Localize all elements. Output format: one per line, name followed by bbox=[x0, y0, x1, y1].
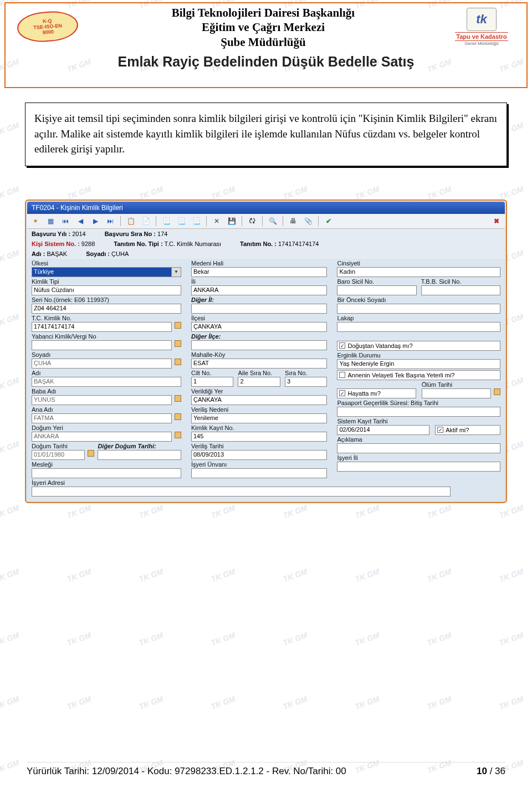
tc-kimlik-label: T.C. Kimlik No. bbox=[32, 315, 181, 321]
nav-prev-icon[interactable]: ◀ bbox=[75, 216, 85, 226]
olum-tarihi-label: Ölüm Tarihi bbox=[422, 381, 500, 388]
new-icon[interactable]: 📄 bbox=[141, 216, 151, 226]
erginlik-label: Erginlik Durumu bbox=[337, 352, 500, 359]
meslegi-label: Mesleği bbox=[32, 461, 181, 468]
erginlik-field[interactable]: Yaş Nedeniyle Ergin bbox=[337, 359, 500, 369]
search-icon[interactable]: 🔍 bbox=[268, 216, 278, 226]
lakap-label: Lakap bbox=[337, 315, 500, 321]
dogum-yeri-field[interactable]: ANKARA bbox=[32, 432, 172, 442]
verildigi-yer-field[interactable]: ÇANKAYA bbox=[191, 395, 327, 405]
dogustan-vatandas-label: Doğuştan Vatandaş mı? bbox=[347, 342, 412, 349]
nav-first-icon[interactable]: ⏮ bbox=[60, 216, 70, 226]
verilis-nedeni-field[interactable]: Yenileme bbox=[191, 413, 327, 423]
diger-dogum-tarihi-label: Diğer Doğum Tarihi: bbox=[98, 443, 181, 449]
cilt-no-label: Cilt No. bbox=[191, 370, 233, 376]
nav-next-icon[interactable]: ▶ bbox=[90, 216, 100, 226]
dogustan-vatandas-check[interactable]: ✓Doğuştan Vatandaş mı? bbox=[337, 341, 500, 351]
tk-logo-sub: Genel Müdürlüğü bbox=[464, 41, 498, 46]
cilt-no-field[interactable]: 1 bbox=[191, 377, 233, 387]
basvuru-yili-label: Başvuru Yılı : bbox=[32, 231, 70, 237]
copy-icon[interactable]: 📋 bbox=[126, 216, 136, 226]
sira-no-label: Sıra No. bbox=[285, 370, 327, 376]
annenin-velayeti-check[interactable]: Annenin Velayeti Tek Başına Yeterli mi? bbox=[337, 370, 500, 380]
toolbar: ✦ ▦ ⏮ ◀ ▶ ⏭ 📋 📄 📃 📃 📃 ✕ 💾 🗘 🔍 🖶 📎 ✔ bbox=[27, 214, 505, 229]
cinsiyeti-field[interactable]: Kadın bbox=[337, 267, 500, 277]
baro-sicil-field[interactable] bbox=[337, 285, 416, 295]
baba-lookup-icon[interactable] bbox=[175, 395, 181, 402]
diger-il-field[interactable] bbox=[191, 304, 327, 314]
aktif-mi-check[interactable]: ✓Aktif mi? bbox=[435, 425, 500, 435]
close-icon[interactable]: ✖ bbox=[492, 216, 502, 226]
lakap-field[interactable] bbox=[337, 322, 500, 332]
adi-field[interactable]: BAŞAK bbox=[32, 377, 181, 387]
kimlik-kayit-field[interactable]: 145 bbox=[191, 432, 327, 442]
instruction-note: Kişiye ait temsil tipi seçiminden sonra … bbox=[25, 103, 507, 166]
soyadi-field[interactable]: ÇUHA bbox=[32, 359, 172, 369]
ulkesi-select[interactable]: Türkiye bbox=[32, 267, 181, 277]
form-body: Ülkesi Türkiye Kimlik Tipi Nüfus Cüzdanı… bbox=[27, 259, 505, 501]
iso-bot: 9000 bbox=[42, 29, 54, 35]
dtar-cal-icon[interactable] bbox=[88, 450, 94, 457]
dogum-tarihi-field[interactable]: 01/01/1980 bbox=[32, 450, 85, 460]
aile-sira-field[interactable]: 2 bbox=[238, 377, 280, 387]
tk-logo-text: Tapu ve Kadastro bbox=[455, 32, 508, 41]
sistem-kayit-field[interactable]: 02/06/2014 bbox=[337, 425, 429, 435]
window-title: TF0204 - Kişinin Kimlik Bilgileri bbox=[27, 202, 505, 214]
hayatta-mi-check[interactable]: ✓Hayatta mı? bbox=[337, 388, 416, 398]
pasaport-field[interactable] bbox=[337, 407, 500, 417]
medeni-hali-label: Medeni Hali bbox=[191, 260, 327, 267]
separator bbox=[283, 216, 283, 226]
delete-icon[interactable]: ✕ bbox=[212, 216, 222, 226]
mahalle-koy-field[interactable]: ESAT bbox=[191, 359, 327, 369]
refresh-icon[interactable]: 🗘 bbox=[247, 216, 257, 226]
page-header-frame: K-Q TSE-ISO-EN 9000 Bilgi Teknolojileri … bbox=[4, 2, 528, 88]
isyeri-ili-field[interactable] bbox=[337, 462, 500, 472]
print-icon[interactable]: 🖶 bbox=[288, 216, 298, 226]
separator bbox=[206, 216, 207, 226]
tbb-sicil-field[interactable] bbox=[421, 285, 500, 295]
aciklama-field[interactable] bbox=[337, 443, 500, 453]
tanitim-no-label: Tanıtım No. : bbox=[240, 241, 277, 247]
confirm-icon[interactable]: ✔ bbox=[324, 216, 334, 226]
soyadi-lookup-icon[interactable] bbox=[175, 359, 181, 365]
doc1-icon[interactable]: 📃 bbox=[161, 216, 171, 226]
app-icon: ✦ bbox=[30, 216, 40, 226]
tc-lookup-icon[interactable] bbox=[175, 322, 181, 329]
save-icon[interactable]: 💾 bbox=[227, 216, 237, 226]
footer-meta: Yürürlük Tarihi: 12/09/2014 - Kodu: 9729… bbox=[27, 766, 346, 777]
medeni-hali-field[interactable]: Bekar bbox=[191, 267, 327, 277]
kimlik-tipi-field[interactable]: Nüfus Cüzdanı bbox=[32, 285, 181, 295]
attach-icon[interactable]: 📎 bbox=[303, 216, 313, 226]
form-col-3: Cinsiyeti Kadın Baro Sicil No. T.B.B. Si… bbox=[337, 260, 500, 498]
ana-adi-field[interactable]: FATMA bbox=[32, 413, 172, 423]
yabanci-kimlik-field[interactable] bbox=[32, 340, 172, 350]
olum-tarihi-field[interactable] bbox=[422, 388, 491, 398]
diger-dogum-tarihi-field[interactable] bbox=[98, 450, 181, 460]
aktif-mi-label: Aktif mi? bbox=[446, 427, 469, 433]
yabanci-lookup-icon[interactable] bbox=[175, 340, 181, 347]
dyer-lookup-icon[interactable] bbox=[175, 432, 181, 438]
verilis-tarihi-label: Veriliş Tarihi bbox=[191, 443, 327, 449]
page-footer: Yürürlük Tarihi: 12/09/2014 - Kodu: 9729… bbox=[27, 762, 505, 777]
separator bbox=[262, 216, 263, 226]
doc2-icon[interactable]: 📃 bbox=[176, 216, 186, 226]
isyeri-unvani-field[interactable] bbox=[191, 468, 327, 478]
baba-adi-field[interactable]: YUNUS bbox=[32, 395, 172, 405]
spacer bbox=[339, 216, 487, 226]
adi-value: BAŞAK bbox=[47, 250, 68, 257]
sira-no-field[interactable]: 3 bbox=[285, 377, 327, 387]
doc3-icon[interactable]: 📃 bbox=[191, 216, 201, 226]
ana-lookup-icon[interactable] bbox=[175, 413, 181, 420]
ana-adi-label: Ana Adı bbox=[32, 406, 181, 413]
seri-no-field[interactable]: Z04 464214 bbox=[32, 304, 181, 314]
tc-kimlik-field[interactable]: 174174174174 bbox=[32, 322, 172, 332]
meslegi-field[interactable] bbox=[32, 468, 181, 478]
diger-ilce-field[interactable] bbox=[191, 340, 327, 350]
ili-field[interactable]: ANKARA bbox=[191, 285, 327, 295]
grid-icon[interactable]: ▦ bbox=[45, 216, 55, 226]
olum-cal-icon[interactable] bbox=[494, 388, 500, 395]
nav-last-icon[interactable]: ⏭ bbox=[105, 216, 115, 226]
verilis-tarihi-field[interactable]: 08/09/2013 bbox=[191, 450, 327, 460]
bir-onceki-soyadi-field[interactable] bbox=[337, 304, 500, 314]
ilcesi-field[interactable]: ÇANKAYA bbox=[191, 322, 327, 332]
